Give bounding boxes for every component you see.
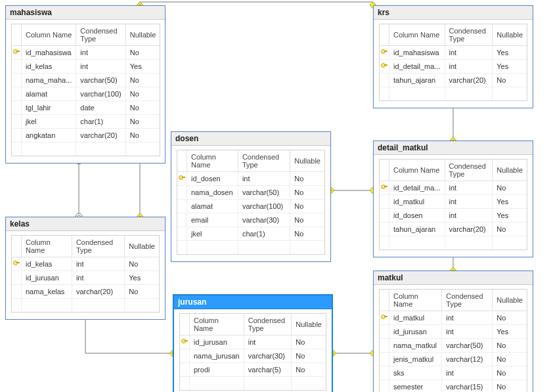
- entity-body: Column NameCondensed TypeNullableid_juru…: [174, 309, 332, 392]
- entity-detail_matkul[interactable]: detail_matkulColumn NameCondensed TypeNu…: [373, 141, 533, 257]
- column-row[interactable]: id_matkulintYes: [380, 195, 527, 209]
- column-nullable: No: [290, 200, 324, 213]
- column-type: date: [76, 101, 125, 115]
- column-nullable: No: [126, 129, 160, 142]
- entity-kelas[interactable]: kelasColumn NameCondensed TypeNullableid…: [5, 217, 165, 320]
- column-type: int: [72, 257, 125, 271]
- column-row[interactable]: jkelchar(1)No: [177, 227, 324, 241]
- column-row[interactable]: id_dosenintNo: [177, 172, 324, 186]
- primary-key-icon: [13, 49, 20, 55]
- column-row[interactable]: id_detail_ma...intYes: [380, 60, 527, 74]
- column-row[interactable]: sksintNo: [380, 366, 527, 380]
- pk-cell: [12, 74, 22, 87]
- column-type: int: [442, 311, 493, 325]
- pk-cell: [380, 195, 389, 209]
- column-row[interactable]: jenis_matkulvarchar(12)No: [380, 353, 527, 366]
- col-header-key: [12, 236, 22, 257]
- column-row[interactable]: id_jurusanintYes: [380, 325, 527, 339]
- col-header-type: Condensed Type: [442, 290, 493, 311]
- column-name: jenis_matkul: [389, 353, 442, 366]
- column-row[interactable]: id_matkulintNo: [380, 311, 527, 325]
- pk-cell: [177, 172, 187, 186]
- column-row[interactable]: alamatvarchar(100)No: [12, 87, 160, 101]
- column-nullable: No: [493, 311, 527, 325]
- column-nullable: Yes: [493, 60, 527, 74]
- column-row[interactable]: semestervarchar(15)No: [380, 380, 527, 392]
- column-type: varchar(20): [76, 129, 125, 142]
- column-row[interactable]: tahun_ajaranvarchar(20)No: [380, 223, 527, 236]
- diagram-canvas[interactable]: mahasiswaColumn NameCondensed TypeNullab…: [0, 0, 551, 392]
- connector-mahasiswa-krs[interactable]: [140, 2, 373, 5]
- column-row[interactable]: id_kelasintNo: [12, 257, 159, 271]
- column-nullable: Yes: [493, 195, 527, 209]
- column-row[interactable]: nama_maha...varchar(50)No: [12, 74, 160, 87]
- column-row[interactable]: prodivarchar(5)No: [180, 363, 326, 377]
- column-row[interactable]: id_kelasintYes: [12, 60, 160, 74]
- column-nullable: No: [290, 213, 324, 227]
- primary-key-icon: [13, 260, 20, 267]
- entity-title[interactable]: mahasiswa: [6, 6, 165, 20]
- column-nullable: No: [292, 336, 326, 349]
- columns-table: Column NameCondensed TypeNullableid_juru…: [179, 313, 326, 391]
- primary-key-icon: [381, 49, 387, 55]
- entity-mahasiswa[interactable]: mahasiswaColumn NameCondensed TypeNullab…: [5, 5, 165, 163]
- col-header-col: Column Name: [389, 24, 445, 46]
- entity-krs[interactable]: krsColumn NameCondensed TypeNullableid_m…: [373, 5, 533, 108]
- column-name: id_mahasiswa: [389, 46, 445, 60]
- column-row[interactable]: alamatvarchar(100)No: [177, 200, 324, 213]
- entity-matkul[interactable]: matkulColumn NameCondensed TypeNullablei…: [373, 271, 533, 392]
- entity-title[interactable]: krs: [374, 6, 533, 20]
- primary-key-icon: [381, 62, 387, 69]
- column-type: int: [244, 336, 292, 349]
- column-name: id_kelas: [22, 60, 76, 74]
- column-row[interactable]: jkelchar(1)No: [12, 115, 160, 129]
- column-row[interactable]: id_jurusanintYes: [12, 271, 159, 285]
- column-name: tahun_ajaran: [389, 223, 445, 236]
- pk-cell: [380, 74, 389, 87]
- pk-cell: [12, 60, 22, 74]
- column-nullable: No: [126, 87, 160, 101]
- column-row[interactable]: id_mahasiswaintNo: [12, 46, 160, 60]
- entity-title[interactable]: matkul: [374, 271, 533, 285]
- pk-cell: [180, 336, 190, 349]
- column-row[interactable]: nama_matkulvarchar(50)No: [380, 339, 527, 353]
- column-name: prodi: [190, 363, 244, 377]
- column-row[interactable]: tahun_ajaranvarchar(20)No: [380, 74, 527, 87]
- entity-title[interactable]: detail_matkul: [374, 141, 533, 155]
- column-name: sks: [389, 366, 442, 380]
- column-row[interactable]: id_dosenintYes: [380, 209, 527, 223]
- pk-cell: [12, 101, 22, 115]
- column-row[interactable]: emailvarchar(30)No: [177, 213, 324, 227]
- col-header-col: Column Name: [389, 160, 445, 181]
- column-row[interactable]: nama_kelasvarchar(20)No: [12, 285, 159, 299]
- empty-row: [380, 236, 527, 250]
- column-name: id_dosen: [389, 209, 445, 223]
- column-row[interactable]: angkatanvarchar(20)No: [12, 129, 160, 142]
- column-row[interactable]: id_mahasiswaintYes: [380, 46, 527, 60]
- column-name: semester: [389, 380, 442, 392]
- pk-cell: [380, 209, 389, 223]
- column-name: angkatan: [22, 129, 76, 142]
- column-row[interactable]: id_detail_ma...intNo: [380, 181, 527, 195]
- column-row[interactable]: tgl_lahirdateNo: [12, 101, 160, 115]
- entity-jurusan[interactable]: jurusanColumn NameCondensed TypeNullable…: [173, 294, 333, 392]
- entity-title[interactable]: dosen: [171, 132, 330, 146]
- column-type: varchar(50): [442, 339, 493, 353]
- column-type: varchar(20): [445, 223, 493, 236]
- empty-row: [12, 299, 159, 312]
- column-name: id_detail_ma...: [389, 181, 445, 195]
- primary-key-icon: [381, 314, 387, 320]
- column-row[interactable]: id_jurusanintNo: [180, 336, 326, 349]
- col-header-null: Nullable: [290, 150, 324, 172]
- columns-table: Column NameCondensed TypeNullableid_dose…: [177, 150, 325, 255]
- entity-title[interactable]: kelas: [6, 217, 165, 231]
- column-row[interactable]: nama_jurusanvarchar(30)No: [180, 349, 326, 363]
- pk-cell: [12, 87, 22, 101]
- entity-title[interactable]: jurusan: [174, 295, 332, 309]
- column-name: id_mahasiswa: [22, 46, 76, 60]
- column-row[interactable]: nama_dosenvarchar(50)No: [177, 186, 324, 200]
- col-header-col: Column Name: [22, 236, 72, 257]
- column-nullable: Yes: [493, 209, 527, 223]
- entity-dosen[interactable]: dosenColumn NameCondensed TypeNullableid…: [171, 131, 331, 262]
- column-name: jkel: [22, 115, 76, 129]
